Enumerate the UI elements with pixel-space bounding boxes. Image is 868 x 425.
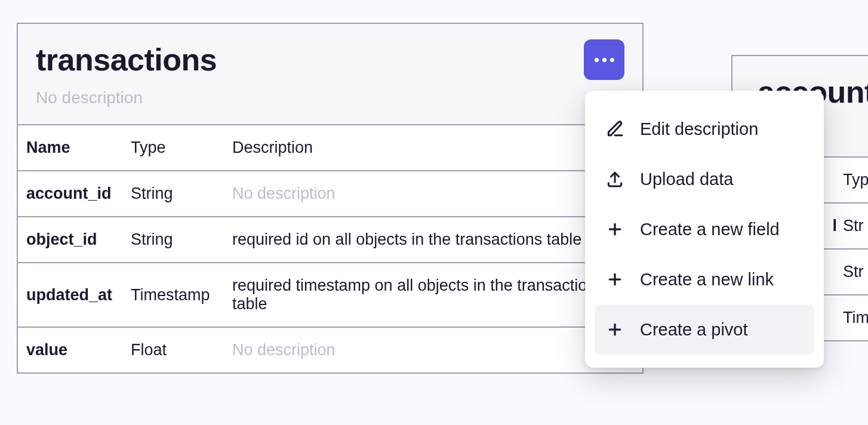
table-header-row: Name Type Description xyxy=(18,125,642,171)
field-type: Timestamp xyxy=(122,263,224,327)
field-type: Tim xyxy=(843,295,868,340)
transactions-card: transactions No description Name Type De… xyxy=(17,23,644,374)
field-description: No description xyxy=(224,327,642,372)
plus-icon xyxy=(604,218,626,240)
card-subtitle: No description xyxy=(36,88,624,107)
menu-item-create-pivot[interactable]: Create a pivot xyxy=(595,304,814,355)
col-header-name: Name xyxy=(18,125,122,171)
field-type: String xyxy=(122,171,224,217)
field-description: required timestamp on all objects in the… xyxy=(224,263,642,327)
ellipsis-icon xyxy=(595,58,614,62)
context-menu: Edit description Upload data Create a ne… xyxy=(585,91,824,368)
more-options-button[interactable] xyxy=(584,39,624,80)
menu-item-label: Create a new field xyxy=(640,220,780,239)
menu-item-upload-data[interactable]: Upload data xyxy=(595,154,814,204)
field-type: String xyxy=(122,217,224,263)
field-description: No description xyxy=(224,171,642,217)
edit-icon xyxy=(604,118,626,140)
upload-icon xyxy=(604,168,626,190)
field-name: object_id xyxy=(18,217,122,263)
table-row[interactable]: object_id String required id on all obje… xyxy=(18,217,642,263)
field-name: account_id xyxy=(18,171,122,217)
field-name: value xyxy=(18,327,122,372)
table-row[interactable]: updated_at Timestamp required timestamp … xyxy=(18,263,642,327)
field-type: Str xyxy=(843,249,868,295)
col-header-type: Type xyxy=(122,125,224,171)
col-header-type: Typ xyxy=(843,158,868,203)
menu-item-create-field[interactable]: Create a new field xyxy=(595,204,814,254)
menu-item-label: Upload data xyxy=(640,170,733,189)
field-description: required id on all objects in the transa… xyxy=(224,217,642,263)
menu-item-edit-description[interactable]: Edit description xyxy=(595,104,814,154)
menu-item-create-link[interactable]: Create a new link xyxy=(595,254,814,304)
menu-item-label: Edit description xyxy=(640,119,758,139)
field-type: Float xyxy=(122,327,224,372)
menu-item-label: Create a new link xyxy=(640,270,774,290)
table-row[interactable]: account_id String No description xyxy=(18,171,642,217)
plus-icon xyxy=(604,319,626,340)
field-name: updated_at xyxy=(18,263,122,327)
fields-table: Name Type Description account_id String … xyxy=(18,125,642,372)
card-header: transactions No description xyxy=(18,24,642,125)
col-header-description: Description xyxy=(224,125,642,171)
table-row[interactable]: value Float No description xyxy=(18,327,642,372)
menu-item-label: Create a pivot xyxy=(640,320,748,340)
plus-icon xyxy=(604,269,626,290)
field-type: Str xyxy=(843,203,868,249)
card-title: transactions xyxy=(36,42,624,78)
